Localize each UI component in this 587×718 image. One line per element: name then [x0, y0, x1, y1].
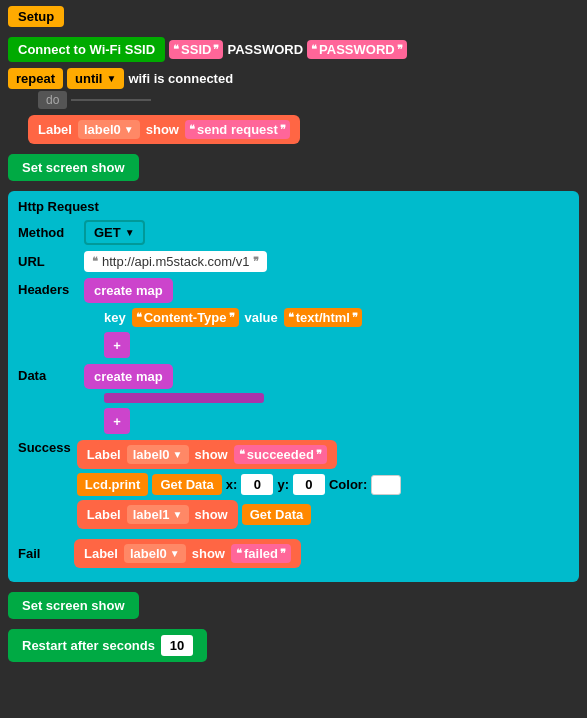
data-empty-row [104, 393, 264, 403]
password-label-text: PASSWORD [227, 42, 303, 57]
create-map-2: create map [84, 364, 173, 389]
send-request-value: send request [197, 122, 278, 137]
fail-show-text: show [192, 546, 225, 561]
create-map-1: create map [84, 278, 173, 303]
set-screen-show-1[interactable]: Set screen show [8, 154, 139, 181]
success-show-text: show [195, 447, 228, 462]
label1-value: label1 [133, 507, 170, 522]
text-html-quote: ❝ text/html ❞ [284, 308, 362, 327]
x-label: x: [226, 477, 238, 492]
url-row: URL ❝ http://api.m5stack.com/v1 ❞ [18, 251, 569, 272]
label-succeeded-block: Label label0 ▼ show ❝ succeeded ❞ [77, 440, 337, 469]
failed-value: failed [244, 546, 278, 561]
send-request-quote: ❝ send request ❞ [185, 120, 290, 139]
success-label0-value: label0 [133, 447, 170, 462]
x-value[interactable]: 0 [241, 474, 273, 495]
connect-wifi-block: Connect to Wi-Fi SSID [8, 37, 165, 62]
key-label: key [104, 310, 126, 325]
label-getdata-text: Label [87, 507, 121, 522]
restart-value[interactable]: 10 [161, 635, 193, 656]
wifi-connected-text: wifi is connected [128, 71, 233, 86]
headers-label: Headers [18, 282, 78, 297]
success-label-text: Label [87, 447, 121, 462]
set-screen-show-2[interactable]: Set screen show [8, 592, 139, 619]
headers-row: Headers create map key ❝ Content-Type ❞ … [18, 278, 569, 358]
label1-dropdown[interactable]: label1 ▼ [127, 505, 189, 524]
restart-label: Restart after seconds [22, 638, 155, 653]
succeeded-quote: ❝ succeeded ❞ [234, 445, 327, 464]
data-label: Data [18, 368, 78, 383]
password-quote: ❝ PASSWORD ❞ [307, 40, 407, 59]
url-label: URL [18, 254, 78, 269]
http-request-container: Http Request Method GET ▼ URL ❝ http://a… [8, 191, 579, 582]
y-value[interactable]: 0 [293, 474, 325, 495]
value-label: value [245, 310, 278, 325]
failed-quote: ❝ failed ❞ [231, 544, 291, 563]
get-data-2: Get Data [242, 504, 311, 525]
url-quote-right: ❞ [253, 255, 259, 268]
url-quote-left: ❝ [92, 255, 98, 268]
fail-label0-value: label0 [130, 546, 167, 561]
headers-plus-button[interactable]: + [104, 332, 130, 358]
label-send-request-block: Label label0 ▼ show ❝ send request ❞ [28, 115, 300, 144]
until-label: until [75, 71, 102, 86]
y-label: y: [277, 477, 289, 492]
until-block[interactable]: until ▼ [67, 68, 124, 89]
label-getdata-block: Label label1 ▼ show [77, 500, 238, 529]
color-box[interactable] [371, 475, 401, 495]
content-type-value: Content-Type [144, 310, 227, 325]
color-label: Color: [329, 477, 367, 492]
show-text: show [146, 122, 179, 137]
fail-label-text: Label [84, 546, 118, 561]
fail-row: Fail Label label0 ▼ show ❝ failed ❞ [18, 539, 569, 568]
until-dropdown-arrow: ▼ [106, 73, 116, 84]
url-value: http://api.m5stack.com/v1 [102, 254, 249, 269]
label-text: Label [38, 122, 72, 137]
setup-badge: Setup [8, 6, 64, 27]
ssid-quote: ❝ SSID ❞ [169, 40, 223, 59]
get-data-1: Get Data [152, 474, 221, 495]
label1-arrow: ▼ [173, 509, 183, 520]
data-row: Data create map + [18, 364, 569, 434]
label-failed-block: Label label0 ▼ show ❝ failed ❞ [74, 539, 301, 568]
fail-label0-arrow: ▼ [170, 548, 180, 559]
text-html-value: text/html [296, 310, 350, 325]
method-text: GET [94, 225, 121, 240]
data-plus-button[interactable]: + [104, 408, 130, 434]
method-row: Method GET ▼ [18, 220, 569, 245]
content-type-quote: ❝ Content-Type ❞ [132, 308, 239, 327]
label0-arrow: ▼ [124, 124, 134, 135]
succeeded-value: succeeded [247, 447, 314, 462]
method-label: Method [18, 225, 78, 240]
lcd-print-block: Lcd.print [77, 473, 149, 496]
ssid-value: SSID [181, 42, 211, 57]
http-title: Http Request [18, 199, 569, 214]
do-line [71, 99, 151, 101]
success-label: Success [18, 440, 71, 455]
key-value-row: key ❝ Content-Type ❞ value ❝ text/html ❞ [84, 308, 362, 327]
method-value[interactable]: GET ▼ [84, 220, 145, 245]
label0-value: label0 [84, 122, 121, 137]
fail-label: Fail [18, 546, 68, 561]
fail-label0-dropdown[interactable]: label0 ▼ [124, 544, 186, 563]
success-row: Success Label label0 ▼ show ❝ succeeded [18, 440, 569, 533]
success-label0-dropdown[interactable]: label0 ▼ [127, 445, 189, 464]
repeat-block: repeat [8, 68, 63, 89]
label0-dropdown[interactable]: label0 ▼ [78, 120, 140, 139]
success-label0-arrow: ▼ [173, 449, 183, 460]
method-arrow: ▼ [125, 227, 135, 238]
url-input[interactable]: ❝ http://api.m5stack.com/v1 ❞ [84, 251, 267, 272]
label1-show-text: show [195, 507, 228, 522]
restart-block: Restart after seconds 10 [8, 629, 207, 662]
password-value: PASSWORD [319, 42, 395, 57]
do-block: do [38, 91, 67, 109]
